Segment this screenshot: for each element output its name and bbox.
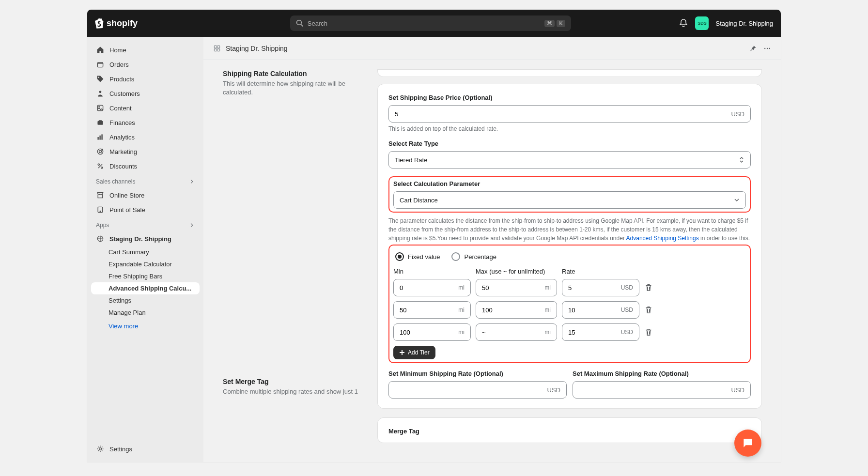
topbar: shopify Search ⌘ K SDS Staging Dr. Shipp… <box>87 10 781 37</box>
svg-rect-21 <box>214 46 217 48</box>
tiers-highlight: Fixed value Percentage Min Max (use ~ fo… <box>388 245 751 363</box>
section-title-merge: Set Merge Tag <box>223 378 368 385</box>
tier-rate-input[interactable]: USD <box>562 301 639 319</box>
chevron-right-icon[interactable] <box>189 179 195 184</box>
account-name[interactable]: Staging Dr. Shipping <box>715 20 773 27</box>
nav-analytics[interactable]: Analytics <box>91 130 200 144</box>
nav-point-of-sale[interactable]: Point of Sale <box>91 202 200 217</box>
svg-rect-10 <box>99 136 100 140</box>
trash-icon[interactable] <box>644 283 654 292</box>
calc-param-help: The parameter calculates the distance fr… <box>388 216 751 243</box>
svg-point-13 <box>99 151 102 153</box>
advanced-settings-link[interactable]: Advanced Shipping Settings <box>626 235 699 242</box>
pos-icon <box>96 205 105 214</box>
rate-type-label: Select Rate Type <box>388 140 751 147</box>
svg-line-16 <box>98 164 102 168</box>
add-tier-button[interactable]: Add Tier <box>393 346 435 359</box>
radio-percentage[interactable]: Percentage <box>451 252 496 261</box>
analytics-icon <box>96 133 105 141</box>
max-rate-input[interactable]: USD <box>573 381 751 399</box>
nav-home[interactable]: Home <box>91 43 200 57</box>
calc-param-highlight: Select Calculation Parameter Cart Distan… <box>388 176 751 213</box>
marketing-icon <box>96 147 105 156</box>
nav-content[interactable]: Content <box>91 101 200 115</box>
svg-line-1 <box>301 24 303 26</box>
radio-icon <box>451 252 460 261</box>
tier-max-input[interactable]: mi <box>476 301 557 319</box>
tier-min-input[interactable]: mi <box>393 301 471 319</box>
content-icon <box>96 104 105 112</box>
app-badge-icon <box>213 45 221 52</box>
svg-point-20 <box>99 448 102 450</box>
tier-rate-input[interactable]: USD <box>562 323 639 341</box>
chat-fab[interactable] <box>734 430 761 457</box>
tier-min-input[interactable]: mi <box>393 279 471 296</box>
nav-discounts[interactable]: Discounts <box>91 159 200 173</box>
trash-icon[interactable] <box>644 328 654 337</box>
svg-point-26 <box>767 47 768 48</box>
section-description: This will determine how shipping rate wi… <box>223 79 368 97</box>
search-input[interactable]: Search ⌘ K <box>290 15 571 31</box>
radio-fixed-value[interactable]: Fixed value <box>395 252 440 261</box>
sub-expandable-calculator[interactable]: Expandable Calculator <box>91 258 200 270</box>
nav-finances[interactable]: Finances <box>91 115 200 130</box>
search-placeholder: Search <box>308 20 327 27</box>
pin-icon[interactable] <box>749 45 757 52</box>
chevron-right-icon[interactable] <box>189 222 195 228</box>
tier-row: mi mi USD <box>393 279 746 296</box>
sub-advanced-shipping[interactable]: Advanced Shipping Calcu... <box>91 282 200 294</box>
shipping-rate-card: Set Shipping Base Price (Optional) USD T… <box>378 84 761 408</box>
svg-point-4 <box>99 91 102 93</box>
finances-icon <box>96 118 105 127</box>
col-min-label: Min <box>393 268 471 275</box>
rate-type-select[interactable]: Tiered Rate <box>388 151 751 169</box>
base-price-label: Set Shipping Base Price (Optional) <box>388 94 751 101</box>
customers-icon <box>96 89 105 98</box>
svg-rect-22 <box>217 46 220 48</box>
svg-point-0 <box>296 20 301 25</box>
view-more-link[interactable]: View more <box>91 319 200 334</box>
svg-point-14 <box>98 164 99 165</box>
nav-customers[interactable]: Customers <box>91 86 200 101</box>
svg-rect-23 <box>214 48 217 51</box>
sub-manage-plan[interactable]: Manage Plan <box>91 307 200 319</box>
base-price-input[interactable]: USD <box>388 105 751 123</box>
svg-point-15 <box>101 167 103 169</box>
sales-channels-header: Sales channels <box>91 173 200 188</box>
svg-point-18 <box>100 211 101 212</box>
tier-max-input[interactable]: mi <box>476 279 557 296</box>
shopify-logo-icon <box>95 18 105 29</box>
nav-products[interactable]: Products <box>91 72 200 86</box>
trash-icon[interactable] <box>644 306 654 314</box>
svg-point-3 <box>98 77 99 78</box>
orders-icon <box>96 60 105 69</box>
sub-free-shipping-bars[interactable]: Free Shipping Bars <box>91 270 200 282</box>
more-icon[interactable] <box>763 45 771 52</box>
sub-settings[interactable]: Settings <box>91 294 200 307</box>
merge-tag-card: Merge Tag <box>378 418 761 443</box>
bell-icon[interactable] <box>679 18 688 28</box>
svg-rect-8 <box>99 120 102 122</box>
tier-rate-input[interactable]: USD <box>562 279 639 296</box>
brand-name: shopify <box>107 18 138 29</box>
calc-param-label: Select Calculation Parameter <box>393 180 746 187</box>
home-icon <box>96 46 105 54</box>
kbd-cmd: ⌘ <box>544 20 555 27</box>
nav-settings[interactable]: Settings <box>91 442 200 456</box>
plus-icon <box>399 350 405 355</box>
tier-max-input[interactable]: mi <box>476 323 557 341</box>
col-rate-label: Rate <box>562 268 639 275</box>
nav-orders[interactable]: Orders <box>91 57 200 72</box>
sub-cart-summary[interactable]: Cart Summary <box>91 246 200 258</box>
tier-min-input[interactable]: mi <box>393 323 471 341</box>
nav-online-store[interactable]: Online Store <box>91 188 200 202</box>
svg-point-6 <box>99 107 100 107</box>
min-rate-input[interactable]: USD <box>388 381 567 399</box>
min-rate-label: Set Minimum Shipping Rate (Optional) <box>388 370 567 377</box>
calc-param-select[interactable]: Cart Distance <box>393 191 746 209</box>
avatar[interactable]: SDS <box>695 16 709 30</box>
kbd-k: K <box>557 20 565 27</box>
nav-marketing[interactable]: Marketing <box>91 144 200 159</box>
sidebar: Home Orders Products Customers Content F… <box>87 37 203 462</box>
nav-app-shipping[interactable]: Staging Dr. Shipping <box>91 231 200 246</box>
